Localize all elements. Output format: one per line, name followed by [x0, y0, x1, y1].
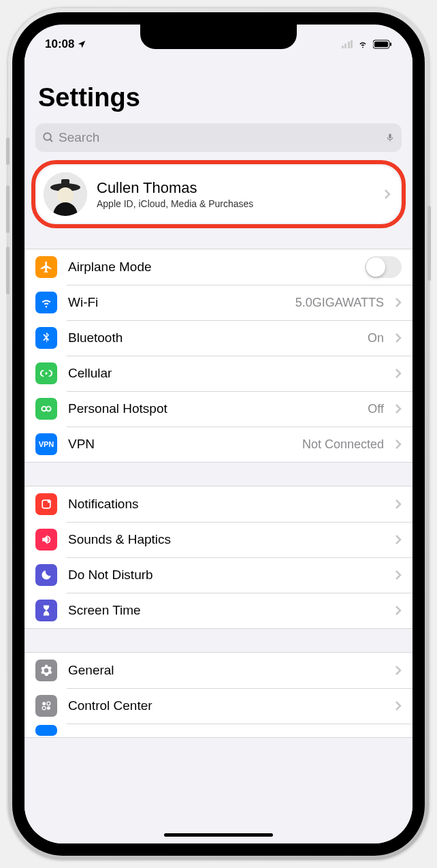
airplane-mode-row[interactable]: Airplane Mode — [25, 249, 412, 285]
highlight-profile: Cullen Thomas Apple ID, iCloud, Media & … — [31, 160, 406, 228]
battery-icon — [373, 40, 392, 49]
chevron-right-icon — [395, 570, 402, 580]
wifi-icon — [357, 40, 369, 49]
cellular-label: Cellular — [68, 366, 384, 381]
screentime-label: Screen Time — [68, 603, 384, 618]
apple-id-row[interactable]: Cullen Thomas Apple ID, iCloud, Media & … — [37, 166, 400, 223]
dnd-row[interactable]: Do Not Disturb — [25, 557, 412, 593]
svg-point-10 — [46, 407, 51, 412]
chevron-right-icon — [395, 534, 402, 545]
screentime-row[interactable]: Screen Time — [25, 593, 412, 628]
cellular-row[interactable]: Cellular — [25, 356, 412, 391]
wifi-value: 5.0GIGAWATTS — [295, 296, 384, 310]
chevron-right-icon — [395, 605, 402, 616]
settings-group-general: General Control Center — [25, 652, 412, 738]
svg-point-8 — [57, 187, 74, 204]
hourglass-icon — [35, 600, 57, 621]
avatar — [44, 172, 87, 216]
bluetooth-icon — [35, 327, 57, 349]
vpn-row[interactable]: VPN VPN Not Connected — [25, 427, 412, 462]
wifi-row-icon — [35, 292, 57, 313]
vpn-value: Not Connected — [302, 437, 384, 452]
airplane-mode-label: Airplane Mode — [68, 260, 354, 275]
airplane-mode-toggle[interactable] — [365, 256, 402, 278]
bluetooth-row[interactable]: Bluetooth On — [25, 320, 412, 356]
control-center-icon — [35, 695, 57, 717]
svg-rect-7 — [61, 179, 69, 187]
bluetooth-value: On — [368, 331, 384, 345]
hotspot-label: Personal Hotspot — [68, 401, 357, 416]
svg-rect-1 — [374, 42, 388, 47]
svg-rect-2 — [390, 43, 391, 46]
notifications-label: Notifications — [68, 497, 384, 512]
hotspot-icon — [35, 398, 57, 420]
svg-point-13 — [42, 702, 46, 705]
vpn-label: VPN — [68, 437, 291, 452]
volume-down-button — [6, 247, 10, 294]
partial-row[interactable] — [25, 724, 412, 737]
search-input[interactable] — [59, 130, 381, 145]
chevron-right-icon — [395, 700, 402, 711]
hotspot-row[interactable]: Personal Hotspot Off — [25, 391, 412, 427]
chevron-right-icon — [395, 403, 402, 414]
svg-point-9 — [42, 407, 46, 412]
search-icon — [42, 131, 54, 144]
wifi-row[interactable]: Wi-Fi 5.0GIGAWATTS — [25, 285, 412, 320]
svg-point-14 — [47, 707, 50, 710]
cellular-signal-icon — [342, 40, 353, 48]
general-label: General — [68, 663, 384, 678]
cellular-icon — [35, 362, 57, 384]
chevron-right-icon — [395, 665, 402, 676]
chevron-right-icon — [395, 439, 402, 450]
location-icon — [77, 40, 86, 49]
volume-up-button — [6, 185, 10, 233]
chevron-right-icon — [395, 368, 402, 379]
sounds-row[interactable]: Sounds & Haptics — [25, 522, 412, 557]
page-title: Settings — [25, 57, 412, 119]
svg-point-12 — [48, 499, 51, 503]
bluetooth-label: Bluetooth — [68, 330, 357, 345]
vpn-icon: VPN — [35, 433, 57, 455]
search-bar[interactable] — [35, 123, 402, 152]
profile-subtitle: Apple ID, iCloud, Media & Purchases — [97, 198, 374, 209]
chevron-right-icon — [384, 189, 391, 200]
status-time: 10:08 — [45, 37, 74, 51]
svg-point-3 — [44, 133, 51, 140]
settings-group-connectivity: Airplane Mode Wi-Fi 5.0GIGAWATTS — [25, 249, 412, 463]
notifications-icon — [35, 493, 57, 515]
side-button — [427, 206, 431, 281]
profile-name: Cullen Thomas — [97, 179, 374, 197]
sounds-icon — [35, 529, 57, 551]
hotspot-value: Off — [368, 402, 384, 416]
svg-rect-15 — [47, 702, 50, 705]
settings-group-notifications: Notifications Sounds & Haptics — [25, 486, 412, 629]
mute-switch — [6, 138, 10, 165]
home-indicator[interactable] — [164, 833, 273, 837]
control-center-label: Control Center — [68, 698, 384, 713]
chevron-right-icon — [395, 332, 402, 343]
device-frame: 10:08 Settings — [8, 8, 429, 860]
airplane-icon — [35, 256, 57, 278]
notch — [140, 25, 297, 49]
control-center-row[interactable]: Control Center — [25, 688, 412, 724]
wifi-label: Wi-Fi — [68, 295, 285, 310]
gear-icon — [35, 660, 57, 681]
svg-rect-16 — [42, 707, 46, 710]
moon-icon — [35, 564, 57, 586]
general-row[interactable]: General — [25, 653, 412, 688]
mic-icon[interactable] — [385, 131, 395, 144]
partial-icon — [35, 725, 57, 736]
chevron-right-icon — [395, 297, 402, 308]
notifications-row[interactable]: Notifications — [25, 486, 412, 522]
sounds-label: Sounds & Haptics — [68, 532, 384, 547]
dnd-label: Do Not Disturb — [68, 568, 384, 583]
chevron-right-icon — [395, 499, 402, 510]
svg-line-4 — [50, 139, 52, 142]
